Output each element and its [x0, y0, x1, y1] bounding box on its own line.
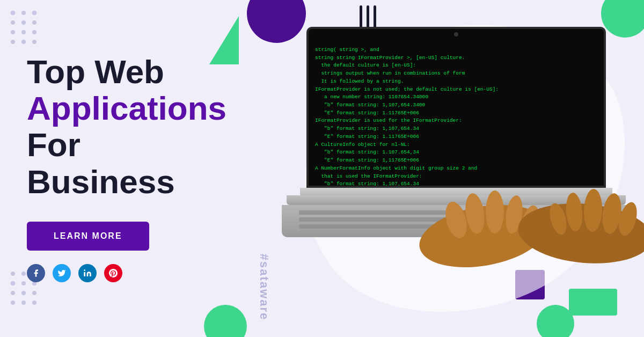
facebook-icon[interactable] [27, 264, 45, 282]
svg-point-4 [486, 191, 504, 233]
headline-line2: Applications [27, 90, 226, 127]
headline-line1: Top Web [27, 53, 164, 90]
hands-overlay [413, 150, 644, 268]
image-area: string( string >, and string string IFor… [268, 11, 633, 327]
headline: Top Web Applications For Business [27, 54, 231, 200]
dots-decoration-topleft [11, 11, 38, 44]
headline-line3: For Business [27, 126, 175, 200]
pinterest-icon[interactable] [104, 264, 122, 282]
circle-decoration-green-bottomleft [204, 305, 247, 337]
main-container: Top Web Applications For Business LEARN … [0, 0, 644, 337]
linkedin-icon[interactable] [78, 264, 97, 282]
left-content-area: Top Web Applications For Business LEARN … [27, 54, 231, 282]
social-icons-row [27, 264, 231, 282]
laptop-wrapper: string( string >, and string string IFor… [290, 27, 623, 252]
twitter-icon[interactable] [53, 264, 71, 282]
learn-more-button[interactable]: LEARN MORE [27, 222, 149, 251]
svg-point-0 [84, 269, 85, 271]
